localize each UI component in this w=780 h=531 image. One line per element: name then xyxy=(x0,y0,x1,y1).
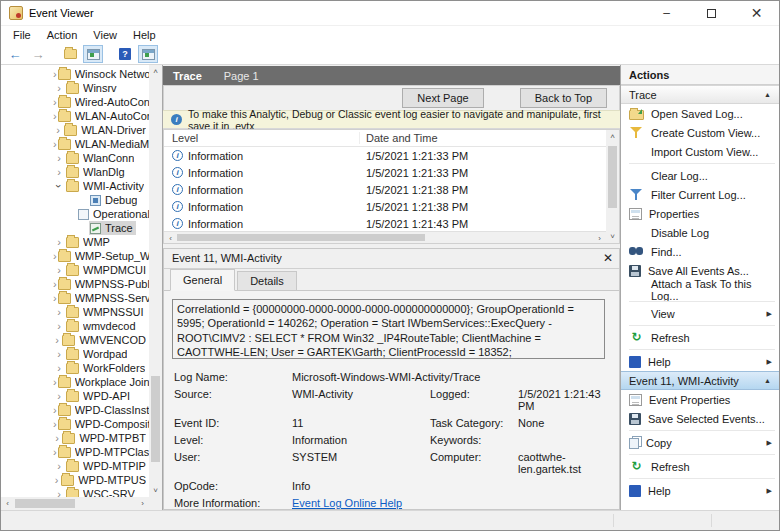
back-to-top-button[interactable]: Back to Top xyxy=(520,88,607,108)
close-button[interactable]: ✕ xyxy=(734,1,779,25)
tree-item[interactable]: WPD-MTPIP xyxy=(1,459,149,473)
event-description[interactable]: CorrelationId = {00000000-0000-0000-0000… xyxy=(172,299,605,359)
scroll-left-icon[interactable]: ‹ xyxy=(1,497,14,510)
action-item[interactable]: Save Selected Events... xyxy=(621,409,779,428)
expander-icon[interactable] xyxy=(53,264,65,276)
tree-item[interactable]: WMI-Activity xyxy=(1,179,149,193)
event-row[interactable]: i Information 1/5/2021 1:21:33 PM xyxy=(164,147,606,164)
scroll-right-icon[interactable]: › xyxy=(136,497,149,510)
maximize-button[interactable] xyxy=(689,1,734,25)
expander-icon[interactable] xyxy=(53,362,65,374)
tab-general[interactable]: General xyxy=(170,269,235,291)
action-item[interactable]: Copy xyxy=(621,433,779,452)
expander-icon[interactable] xyxy=(53,460,65,472)
expander-icon[interactable] xyxy=(53,82,65,94)
tree-vertical-scrollbar[interactable]: ˄ ˅ xyxy=(149,65,162,497)
expander-icon[interactable] xyxy=(53,306,65,318)
tree-horizontal-scrollbar[interactable]: ‹ › xyxy=(1,497,149,510)
tree-item[interactable]: Winsrv xyxy=(1,81,149,95)
action-item[interactable]: Refresh xyxy=(621,328,779,347)
expander-icon[interactable] xyxy=(53,348,65,360)
expander-icon[interactable] xyxy=(53,488,65,497)
list-horizontal-scrollbar[interactable]: ‹ › xyxy=(164,231,606,243)
menu-item[interactable]: Help xyxy=(125,27,164,43)
back-button[interactable]: ← xyxy=(5,45,25,63)
expander-icon[interactable] xyxy=(53,334,61,346)
menu-item[interactable]: File xyxy=(5,27,39,43)
action-item[interactable]: Attach a Task To this Log... xyxy=(621,280,779,299)
open-button[interactable] xyxy=(60,45,80,63)
action-item[interactable]: Create Custom View... xyxy=(621,123,779,142)
expander-icon[interactable] xyxy=(53,320,65,332)
next-page-button[interactable]: Next Page xyxy=(402,88,483,108)
expander-icon[interactable] xyxy=(53,432,61,444)
event-row[interactable]: i Information 1/5/2021 1:21:38 PM xyxy=(164,198,606,215)
tree-item[interactable]: wmvdecod xyxy=(1,319,149,333)
tree-item[interactable]: WMPNSSUI xyxy=(1,305,149,319)
actions-section-trace[interactable]: Trace ▲ xyxy=(621,85,779,104)
action-item[interactable]: Help xyxy=(621,352,779,371)
forward-button[interactable]: → xyxy=(28,45,48,63)
tree-item[interactable]: WorkFolders xyxy=(1,361,149,375)
tab-details[interactable]: Details xyxy=(237,271,297,290)
menu-item[interactable]: Action xyxy=(39,27,86,43)
tree-item[interactable]: Debug xyxy=(1,193,149,207)
action-item[interactable]: View xyxy=(621,304,779,323)
tree-item[interactable]: WMP-Setup_WM xyxy=(1,249,149,263)
tree-item[interactable]: WPD-API xyxy=(1,389,149,403)
list-vertical-scrollbar[interactable]: ˄ ˅ xyxy=(606,130,619,243)
action-item[interactable]: Help xyxy=(621,481,779,500)
tree-item[interactable]: Workplace Join xyxy=(1,375,149,389)
expander-icon[interactable] xyxy=(53,474,60,486)
column-datetime[interactable]: Date and Time xyxy=(360,132,606,144)
expander-icon[interactable] xyxy=(53,390,65,402)
tree-item[interactable]: Wired-AutoConf xyxy=(1,95,149,109)
tree-item[interactable]: WLAN-Driver xyxy=(1,123,149,137)
scroll-left-icon[interactable]: ‹ xyxy=(164,232,177,244)
expander-icon[interactable] xyxy=(53,124,63,136)
tree-item[interactable]: Winsock Networ xyxy=(1,67,149,81)
actions-section-event[interactable]: Event 11, WMI-Activity ▲ xyxy=(621,371,779,390)
scroll-up-icon[interactable]: ˄ xyxy=(149,65,162,78)
tree-item[interactable]: Operational xyxy=(1,207,149,221)
tree-item[interactable]: WLAN-MediaMa xyxy=(1,137,149,151)
column-level[interactable]: Level xyxy=(164,132,360,144)
minimize-button[interactable]: – xyxy=(644,1,689,25)
tree-item[interactable]: WSC-SRV xyxy=(1,487,149,497)
action-item[interactable]: Open Saved Log... xyxy=(621,104,779,123)
action-item[interactable]: Import Custom View... xyxy=(621,142,779,161)
collapse-icon[interactable]: ▲ xyxy=(764,377,771,384)
tree-item[interactable]: WPD-MTPClassD xyxy=(1,445,149,459)
tree-item[interactable]: WMP xyxy=(1,235,149,249)
event-row[interactable]: i Information 1/5/2021 1:21:38 PM xyxy=(164,181,606,198)
action-item[interactable]: Refresh xyxy=(621,457,779,476)
tree-item[interactable]: WMVENCOD xyxy=(1,333,149,347)
tree-item[interactable]: WMPNSS-Public xyxy=(1,277,149,291)
help-button[interactable]: ? xyxy=(115,45,135,63)
tree-item[interactable]: WPD-MTPUS xyxy=(1,473,149,487)
event-row[interactable]: i Information 1/5/2021 1:21:33 PM xyxy=(164,164,606,181)
action-item[interactable]: Filter Current Log... xyxy=(621,185,779,204)
action-item[interactable]: Event Properties xyxy=(621,390,779,409)
close-detail-icon[interactable]: ✕ xyxy=(603,251,613,265)
expander-icon[interactable] xyxy=(53,166,65,178)
tree-item[interactable]: WLAN-AutoConf xyxy=(1,109,149,123)
tree-item[interactable]: WlanDlg xyxy=(1,165,149,179)
scroll-up-icon[interactable]: ˄ xyxy=(606,130,619,143)
tree-item[interactable]: WMPNSS-Servic xyxy=(1,291,149,305)
menu-item[interactable]: View xyxy=(85,27,125,43)
scroll-down-icon[interactable]: ˅ xyxy=(149,484,162,497)
action-item[interactable]: Properties xyxy=(621,204,779,223)
tree-item[interactable]: WPD-Composite xyxy=(1,417,149,431)
tree-item[interactable]: WPD-MTPBT xyxy=(1,431,149,445)
action-item[interactable]: Disable Log xyxy=(621,223,779,242)
scroll-down-icon[interactable]: ˅ xyxy=(606,230,619,243)
tree-item[interactable]: WlanConn xyxy=(1,151,149,165)
console-tree-toggle-button[interactable] xyxy=(83,45,103,63)
action-item[interactable]: Find... xyxy=(621,242,779,261)
event-row[interactable]: i Information 1/5/2021 1:21:43 PM xyxy=(164,215,606,232)
action-pane-toggle-button[interactable] xyxy=(138,45,158,63)
scroll-right-icon[interactable]: › xyxy=(593,232,606,244)
tree-item[interactable]: Wordpad xyxy=(1,347,149,361)
action-item[interactable]: Clear Log... xyxy=(621,166,779,185)
